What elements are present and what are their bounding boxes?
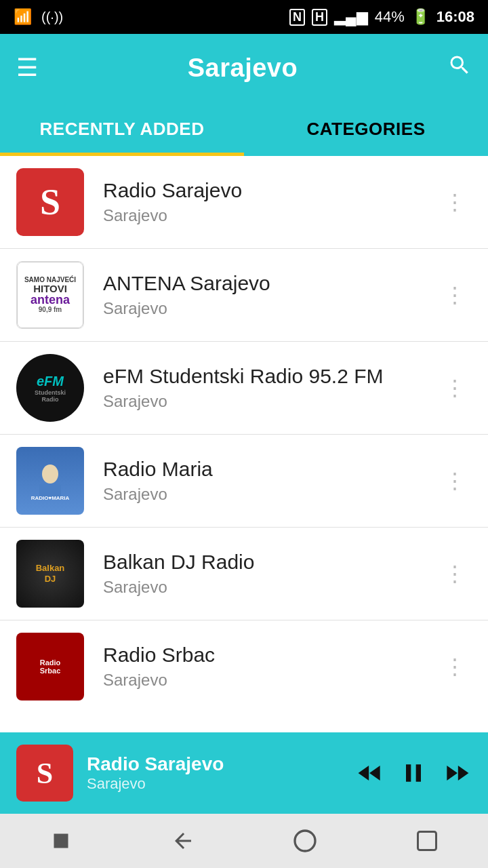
h-icon: H (312, 9, 327, 26)
station-info: Balkan DJ Radio Sarajevo (103, 551, 439, 597)
svg-point-4 (295, 831, 315, 851)
station-name: ANTENA Sarajevo (103, 272, 439, 295)
station-info: Radio Sarajevo Sarajevo (103, 179, 439, 225)
list-item[interactable]: eFM Studentski Radio eFM Studentski Radi… (0, 342, 488, 435)
station-name: Radio Srbac (103, 644, 439, 667)
station-name: eFM Studentski Radio 95.2 FM (103, 365, 439, 388)
station-city: Sarajevo (103, 392, 439, 411)
status-left: 📶 ((·)) (14, 8, 63, 26)
battery-icon: 🔋 (411, 8, 430, 26)
nav-bar (0, 814, 488, 868)
recents-nav-button[interactable] (410, 824, 444, 858)
tab-recently-added[interactable]: RECENTLY ADDED (0, 102, 244, 156)
station-logo: S (16, 168, 84, 236)
station-city: Sarajevo (103, 299, 439, 318)
station-logo: SAMO NAJVEĆI HITOVI antena 90,9 fm (16, 261, 84, 329)
station-name: Radio Maria (103, 458, 439, 481)
svg-text:RADIO♥MARIA: RADIO♥MARIA (31, 495, 70, 501)
top-bar: ☰ Sarajevo (0, 34, 488, 102)
station-city: Sarajevo (103, 578, 439, 597)
radio-list: S Radio Sarajevo Sarajevo ⋮ SAMO NAJVEĆI… (0, 156, 488, 732)
player-bar: S Radio Sarajevo Sarajevo (0, 732, 488, 814)
pause-button[interactable] (399, 758, 428, 788)
page-title: Sarajevo (188, 54, 298, 83)
station-info: Radio Maria Sarajevo (103, 458, 439, 504)
list-item[interactable]: RADIO♥MARIA Radio Maria Sarajevo ⋮ (0, 435, 488, 528)
nfc-icon: N (289, 9, 305, 26)
station-info: Radio Srbac Sarajevo (103, 644, 439, 690)
player-info: Radio Sarajevo Sarajevo (87, 753, 355, 793)
list-item[interactable]: SAMO NAJVEĆI HITOVI antena 90,9 fm ANTEN… (0, 249, 488, 342)
station-logo: BalkanDJ (16, 540, 84, 608)
more-options-icon[interactable]: ⋮ (439, 375, 472, 401)
player-logo: S (16, 745, 73, 802)
station-logo: RADIO♥MARIA (16, 447, 84, 515)
more-options-icon[interactable]: ⋮ (439, 654, 472, 679)
home-nav-button[interactable] (288, 824, 322, 858)
status-bar: 📶 ((·)) N H ▂▄▆ 44% 🔋 16:08 (0, 0, 488, 34)
stop-nav-button[interactable] (44, 824, 78, 858)
player-station-name: Radio Sarajevo (87, 753, 355, 775)
wifi-calling-icon: 📶 (14, 8, 32, 26)
station-info: ANTENA Sarajevo Sarajevo (103, 272, 439, 318)
station-name: Radio Sarajevo (103, 179, 439, 202)
search-icon[interactable] (447, 53, 472, 83)
more-options-icon[interactable]: ⋮ (439, 561, 472, 587)
list-item[interactable]: S Radio Sarajevo Sarajevo ⋮ (0, 156, 488, 249)
player-station-city: Sarajevo (87, 775, 355, 793)
player-controls (355, 758, 472, 788)
station-city: Sarajevo (103, 206, 439, 225)
svg-rect-3 (54, 834, 68, 848)
more-options-icon[interactable]: ⋮ (439, 189, 472, 215)
time-display: 16:08 (436, 8, 474, 26)
radio-maria-graphic: RADIO♥MARIA (30, 460, 70, 501)
list-item[interactable]: RadioSrbac Radio Srbac Sarajevo ⋮ (0, 620, 488, 713)
hamburger-menu-icon[interactable]: ☰ (16, 56, 38, 80)
more-options-icon[interactable]: ⋮ (439, 282, 472, 308)
station-city: Sarajevo (103, 485, 439, 504)
station-city: Sarajevo (103, 671, 439, 690)
back-nav-button[interactable] (166, 824, 200, 858)
forward-button[interactable] (442, 758, 472, 788)
radio-icon: ((·)) (41, 9, 63, 25)
svg-point-0 (42, 465, 58, 484)
status-right: N H ▂▄▆ 44% 🔋 16:08 (289, 8, 474, 26)
more-options-icon[interactable]: ⋮ (439, 468, 472, 494)
tabs-container: RECENTLY ADDED CATEGORIES (0, 102, 488, 156)
station-info: eFM Studentski Radio 95.2 FM Sarajevo (103, 365, 439, 411)
station-logo: RadioSrbac (16, 633, 84, 701)
signal-icon: ▂▄▆ (334, 8, 368, 26)
list-item[interactable]: BalkanDJ Balkan DJ Radio Sarajevo ⋮ (0, 528, 488, 620)
battery-text: 44% (375, 8, 405, 26)
station-logo: eFM Studentski Radio (16, 354, 84, 422)
station-name: Balkan DJ Radio (103, 551, 439, 574)
rewind-button[interactable] (355, 758, 385, 788)
svg-rect-5 (418, 832, 436, 850)
tab-categories[interactable]: CATEGORIES (244, 102, 488, 156)
